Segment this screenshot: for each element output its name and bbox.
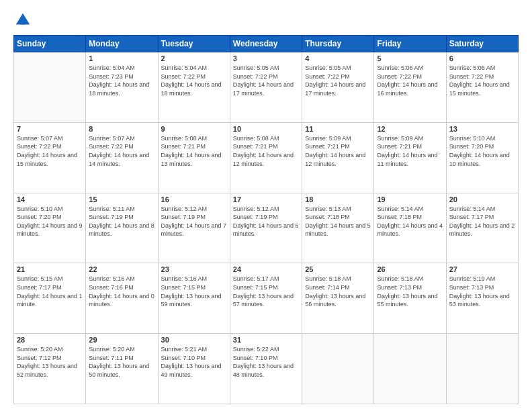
day-number: 3 xyxy=(233,54,299,62)
day-cell: 20Sunrise: 5:14 AM Sunset: 7:17 PM Dayli… xyxy=(446,193,518,263)
day-info: Sunrise: 5:18 AM Sunset: 7:14 PM Dayligh… xyxy=(305,275,371,308)
day-info: Sunrise: 5:12 AM Sunset: 7:19 PM Dayligh… xyxy=(161,205,227,238)
logo-icon xyxy=(13,11,32,30)
weekday-header-row: SundayMondayTuesdayWednesdayThursdayFrid… xyxy=(14,36,519,52)
day-cell: 28Sunrise: 5:20 AM Sunset: 7:12 PM Dayli… xyxy=(14,334,86,404)
day-number: 12 xyxy=(377,125,443,133)
svg-rect-1 xyxy=(20,19,25,24)
day-info: Sunrise: 5:16 AM Sunset: 7:15 PM Dayligh… xyxy=(161,275,227,308)
weekday-sunday: Sunday xyxy=(14,36,86,52)
day-number: 13 xyxy=(449,125,515,133)
day-cell: 2Sunrise: 5:04 AM Sunset: 7:22 PM Daylig… xyxy=(158,52,230,123)
day-number: 2 xyxy=(161,54,227,62)
day-cell xyxy=(446,334,518,404)
week-row-4: 28Sunrise: 5:20 AM Sunset: 7:12 PM Dayli… xyxy=(14,334,519,404)
day-number: 30 xyxy=(161,336,227,344)
day-info: Sunrise: 5:10 AM Sunset: 7:20 PM Dayligh… xyxy=(17,205,83,238)
day-info: Sunrise: 5:14 AM Sunset: 7:17 PM Dayligh… xyxy=(449,205,515,238)
day-info: Sunrise: 5:09 AM Sunset: 7:21 PM Dayligh… xyxy=(377,134,443,168)
day-number: 15 xyxy=(89,195,154,203)
day-cell: 19Sunrise: 5:14 AM Sunset: 7:18 PM Dayli… xyxy=(374,193,446,263)
day-number: 10 xyxy=(233,125,299,133)
day-cell: 30Sunrise: 5:21 AM Sunset: 7:10 PM Dayli… xyxy=(158,334,230,404)
day-number: 20 xyxy=(449,195,515,203)
day-cell: 3Sunrise: 5:05 AM Sunset: 7:22 PM Daylig… xyxy=(230,52,302,123)
day-number: 8 xyxy=(89,125,154,133)
day-cell: 12Sunrise: 5:09 AM Sunset: 7:21 PM Dayli… xyxy=(374,122,446,193)
day-info: Sunrise: 5:05 AM Sunset: 7:22 PM Dayligh… xyxy=(233,64,299,97)
day-info: Sunrise: 5:07 AM Sunset: 7:22 PM Dayligh… xyxy=(17,134,83,168)
day-info: Sunrise: 5:06 AM Sunset: 7:22 PM Dayligh… xyxy=(377,64,443,97)
weekday-monday: Monday xyxy=(86,36,158,52)
day-cell: 14Sunrise: 5:10 AM Sunset: 7:20 PM Dayli… xyxy=(14,193,86,263)
day-number: 1 xyxy=(89,54,154,62)
day-info: Sunrise: 5:19 AM Sunset: 7:13 PM Dayligh… xyxy=(449,275,515,308)
day-number: 14 xyxy=(17,195,83,203)
day-cell: 24Sunrise: 5:17 AM Sunset: 7:15 PM Dayli… xyxy=(230,263,302,334)
day-info: Sunrise: 5:20 AM Sunset: 7:11 PM Dayligh… xyxy=(89,345,154,379)
page: SundayMondayTuesdayWednesdayThursdayFrid… xyxy=(0,0,532,411)
day-info: Sunrise: 5:22 AM Sunset: 7:10 PM Dayligh… xyxy=(233,345,299,379)
week-row-3: 21Sunrise: 5:15 AM Sunset: 7:17 PM Dayli… xyxy=(14,263,519,334)
weekday-wednesday: Wednesday xyxy=(230,36,302,52)
day-info: Sunrise: 5:15 AM Sunset: 7:17 PM Dayligh… xyxy=(17,275,83,308)
day-info: Sunrise: 5:10 AM Sunset: 7:20 PM Dayligh… xyxy=(449,134,515,168)
day-cell: 27Sunrise: 5:19 AM Sunset: 7:13 PM Dayli… xyxy=(446,263,518,334)
day-cell: 23Sunrise: 5:16 AM Sunset: 7:15 PM Dayli… xyxy=(158,263,230,334)
day-info: Sunrise: 5:16 AM Sunset: 7:16 PM Dayligh… xyxy=(89,275,154,308)
day-cell xyxy=(374,334,446,404)
day-number: 22 xyxy=(89,265,154,273)
day-cell: 18Sunrise: 5:13 AM Sunset: 7:18 PM Dayli… xyxy=(302,193,374,263)
day-cell: 10Sunrise: 5:08 AM Sunset: 7:21 PM Dayli… xyxy=(230,122,302,193)
day-cell: 8Sunrise: 5:07 AM Sunset: 7:22 PM Daylig… xyxy=(86,122,158,193)
day-cell: 9Sunrise: 5:08 AM Sunset: 7:21 PM Daylig… xyxy=(158,122,230,193)
day-number: 31 xyxy=(233,336,299,344)
day-cell: 31Sunrise: 5:22 AM Sunset: 7:10 PM Dayli… xyxy=(230,334,302,404)
day-info: Sunrise: 5:08 AM Sunset: 7:21 PM Dayligh… xyxy=(233,134,299,168)
day-info: Sunrise: 5:12 AM Sunset: 7:19 PM Dayligh… xyxy=(233,205,299,238)
day-cell: 16Sunrise: 5:12 AM Sunset: 7:19 PM Dayli… xyxy=(158,193,230,263)
logo xyxy=(13,11,35,30)
day-number: 9 xyxy=(161,125,227,133)
day-number: 23 xyxy=(161,265,227,273)
week-row-2: 14Sunrise: 5:10 AM Sunset: 7:20 PM Dayli… xyxy=(14,193,519,263)
day-cell: 25Sunrise: 5:18 AM Sunset: 7:14 PM Dayli… xyxy=(302,263,374,334)
day-info: Sunrise: 5:11 AM Sunset: 7:19 PM Dayligh… xyxy=(89,205,154,238)
day-cell xyxy=(14,52,86,123)
day-cell: 1Sunrise: 5:04 AM Sunset: 7:23 PM Daylig… xyxy=(86,52,158,123)
week-row-1: 7Sunrise: 5:07 AM Sunset: 7:22 PM Daylig… xyxy=(14,122,519,193)
day-cell: 4Sunrise: 5:05 AM Sunset: 7:22 PM Daylig… xyxy=(302,52,374,123)
day-cell xyxy=(302,334,374,404)
day-info: Sunrise: 5:09 AM Sunset: 7:21 PM Dayligh… xyxy=(305,134,371,168)
day-info: Sunrise: 5:21 AM Sunset: 7:10 PM Dayligh… xyxy=(161,345,227,379)
day-number: 19 xyxy=(377,195,443,203)
day-number: 7 xyxy=(17,125,83,133)
day-info: Sunrise: 5:17 AM Sunset: 7:15 PM Dayligh… xyxy=(233,275,299,308)
day-number: 21 xyxy=(17,265,83,273)
day-number: 26 xyxy=(377,265,443,273)
day-info: Sunrise: 5:04 AM Sunset: 7:22 PM Dayligh… xyxy=(161,64,227,97)
weekday-saturday: Saturday xyxy=(446,36,518,52)
day-info: Sunrise: 5:08 AM Sunset: 7:21 PM Dayligh… xyxy=(161,134,227,168)
calendar-table: SundayMondayTuesdayWednesdayThursdayFrid… xyxy=(13,35,519,404)
day-info: Sunrise: 5:05 AM Sunset: 7:22 PM Dayligh… xyxy=(305,64,371,97)
day-number: 17 xyxy=(233,195,299,203)
day-number: 24 xyxy=(233,265,299,273)
day-cell: 13Sunrise: 5:10 AM Sunset: 7:20 PM Dayli… xyxy=(446,122,518,193)
day-number: 18 xyxy=(305,195,371,203)
day-info: Sunrise: 5:13 AM Sunset: 7:18 PM Dayligh… xyxy=(305,205,371,238)
day-cell: 11Sunrise: 5:09 AM Sunset: 7:21 PM Dayli… xyxy=(302,122,374,193)
day-cell: 7Sunrise: 5:07 AM Sunset: 7:22 PM Daylig… xyxy=(14,122,86,193)
day-cell: 6Sunrise: 5:06 AM Sunset: 7:22 PM Daylig… xyxy=(446,52,518,123)
day-number: 6 xyxy=(449,54,515,62)
day-cell: 22Sunrise: 5:16 AM Sunset: 7:16 PM Dayli… xyxy=(86,263,158,334)
day-info: Sunrise: 5:07 AM Sunset: 7:22 PM Dayligh… xyxy=(89,134,154,168)
day-cell: 26Sunrise: 5:18 AM Sunset: 7:13 PM Dayli… xyxy=(374,263,446,334)
day-cell: 21Sunrise: 5:15 AM Sunset: 7:17 PM Dayli… xyxy=(14,263,86,334)
day-info: Sunrise: 5:06 AM Sunset: 7:22 PM Dayligh… xyxy=(449,64,515,97)
day-cell: 5Sunrise: 5:06 AM Sunset: 7:22 PM Daylig… xyxy=(374,52,446,123)
weekday-thursday: Thursday xyxy=(302,36,374,52)
day-number: 5 xyxy=(377,54,443,62)
day-info: Sunrise: 5:04 AM Sunset: 7:23 PM Dayligh… xyxy=(89,64,154,97)
day-number: 11 xyxy=(305,125,371,133)
